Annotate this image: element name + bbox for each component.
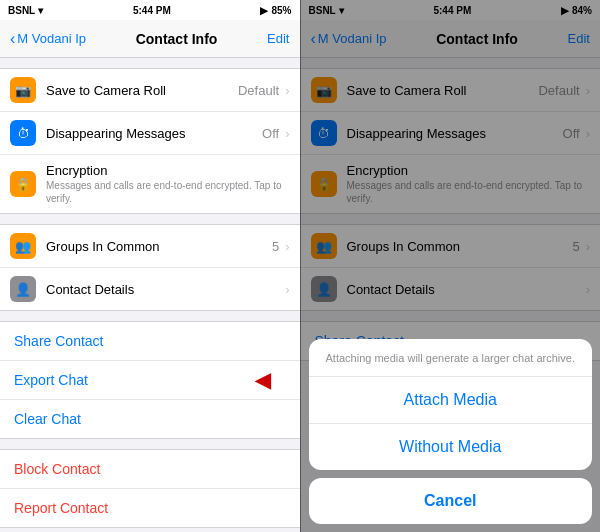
contact-details-right: ›: [283, 282, 289, 297]
disappearing-messages-right: Off ›: [262, 126, 289, 141]
encryption-sublabel: Messages and calls are end-to-end encryp…: [46, 179, 290, 205]
status-left: BSNL ▾: [8, 5, 43, 16]
group-icon: 👥: [10, 233, 36, 259]
back-chevron-left: ‹: [10, 30, 15, 48]
contact-details-label: Contact Details: [46, 282, 283, 297]
save-camera-roll-content: Save to Camera Roll: [46, 83, 238, 98]
left-panel: BSNL ▾ 5:44 PM ▶ 85% ‹ M Vodani Ip Conta…: [0, 0, 300, 532]
groups-in-common-right: 5 ›: [272, 239, 290, 254]
groups-in-common-value: 5: [272, 239, 279, 254]
cancel-button[interactable]: Cancel: [309, 478, 593, 524]
action-sheet-main: Attaching media will generate a larger c…: [309, 339, 593, 470]
right-panel: BSNL ▾ 5:44 PM ▶ 84% ‹ M Vodani Ip Conta…: [301, 0, 601, 532]
disappearing-messages-item[interactable]: ⏱ Disappearing Messages Off ›: [0, 112, 300, 155]
time-left: 5:44 PM: [133, 5, 171, 16]
save-camera-roll-chevron: ›: [285, 83, 289, 98]
settings-group-1-left: 📷 Save to Camera Roll Default › ⏱ Disapp…: [0, 68, 300, 214]
encryption-content: Encryption Messages and calls are end-to…: [46, 163, 290, 205]
action-sheet-container: Attaching media will generate a larger c…: [301, 339, 601, 524]
carrier-left: BSNL: [8, 5, 35, 16]
content-left: 📷 Save to Camera Roll Default › ⏱ Disapp…: [0, 58, 300, 532]
nav-back-left[interactable]: ‹ M Vodani Ip: [10, 30, 86, 48]
red-arrow-annotation: ◀: [255, 368, 270, 392]
status-bar-left: BSNL ▾ 5:44 PM ▶ 85%: [0, 0, 300, 20]
share-contact-link[interactable]: Share Contact: [0, 322, 300, 361]
link-group-1-left: Share Contact Export Chat ◀ Clear Chat: [0, 321, 300, 439]
without-media-button[interactable]: Without Media: [309, 424, 593, 470]
save-camera-roll-label: Save to Camera Roll: [46, 83, 238, 98]
disappearing-messages-content: Disappearing Messages: [46, 126, 262, 141]
clear-chat-link[interactable]: Clear Chat: [0, 400, 300, 438]
export-chat-link[interactable]: Export Chat ◀: [0, 361, 300, 400]
save-camera-roll-item[interactable]: 📷 Save to Camera Roll Default ›: [0, 69, 300, 112]
location-icon-left: ▶: [260, 5, 268, 16]
action-sheet-description: Attaching media will generate a larger c…: [309, 339, 593, 377]
battery-left: 85%: [271, 5, 291, 16]
nav-edit-left[interactable]: Edit: [267, 31, 289, 46]
contact-details-content: Contact Details: [46, 282, 283, 297]
groups-in-common-label: Groups In Common: [46, 239, 272, 254]
report-contact-link[interactable]: Report Contact: [0, 489, 300, 527]
settings-group-2-left: 👥 Groups In Common 5 › 👤 Contact Details…: [0, 224, 300, 311]
lock-icon: 🔒: [10, 171, 36, 197]
nav-title-group-left: Contact Info: [136, 31, 218, 47]
disappearing-messages-label: Disappearing Messages: [46, 126, 262, 141]
encryption-item[interactable]: 🔒 Encryption Messages and calls are end-…: [0, 155, 300, 213]
status-right-left: ▶ 85%: [260, 5, 291, 16]
camera-icon: 📷: [10, 77, 36, 103]
save-camera-roll-right: Default ›: [238, 83, 290, 98]
disappearing-messages-value: Off: [262, 126, 279, 141]
action-sheet-overlay: Attaching media will generate a larger c…: [301, 0, 601, 532]
link-group-2-left: Block Contact Report Contact: [0, 449, 300, 528]
person-icon: 👤: [10, 276, 36, 302]
disappearing-messages-chevron: ›: [285, 126, 289, 141]
wifi-icon-left: ▾: [38, 5, 43, 16]
clock-icon: ⏱: [10, 120, 36, 146]
contact-details-chevron: ›: [285, 282, 289, 297]
nav-title-left: Contact Info: [136, 31, 218, 47]
encryption-label: Encryption: [46, 163, 290, 178]
groups-in-common-chevron: ›: [285, 239, 289, 254]
contact-details-item[interactable]: 👤 Contact Details ›: [0, 268, 300, 310]
attach-media-button[interactable]: Attach Media: [309, 377, 593, 424]
groups-in-common-item[interactable]: 👥 Groups In Common 5 ›: [0, 225, 300, 268]
save-camera-roll-value: Default: [238, 83, 279, 98]
back-label-left: M Vodani Ip: [17, 31, 86, 46]
nav-bar-left: ‹ M Vodani Ip Contact Info Edit: [0, 20, 300, 58]
block-contact-link[interactable]: Block Contact: [0, 450, 300, 489]
groups-in-common-content: Groups In Common: [46, 239, 272, 254]
